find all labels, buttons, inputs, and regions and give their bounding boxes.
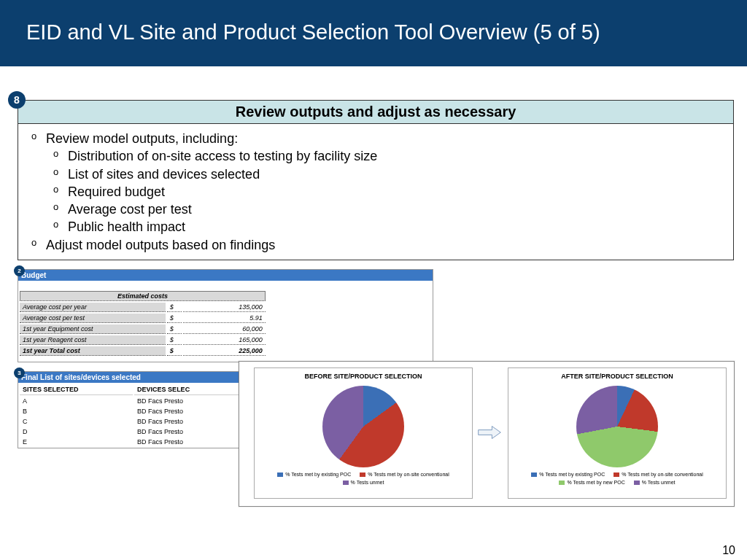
budget-badge: 2	[14, 265, 25, 276]
cost-header: Estimated costs	[20, 291, 266, 301]
before-pie	[322, 386, 404, 467]
sub-bullet: Public health impact	[68, 218, 726, 236]
arrow-icon	[477, 424, 502, 441]
budget-screenshot: 2 Budget Estimated costs Average cost pe…	[18, 269, 433, 362]
after-chart: AFTER SITE/PRODUCT SELECTION % Tests met…	[508, 368, 727, 499]
title-bar: EID and VL Site and Product Selection To…	[0, 0, 747, 66]
sub-bullet: Distribution of on-site access to testin…	[68, 147, 726, 165]
sites-table: SITES SELECTEDDEVICES SELEC ABD Facs Pre…	[18, 383, 243, 448]
step-badge: 8	[8, 91, 26, 109]
sites-screenshot: 3 Final List of sites/devices selected S…	[18, 371, 244, 448]
sub-bullet: Average cost per test	[68, 201, 726, 218]
step-panel: 8 Review outputs and adjust as necessary…	[18, 100, 734, 260]
page-number: 10	[722, 544, 735, 557]
bullet: Review model outputs, including:	[46, 130, 726, 147]
sites-title: Final List of sites/devices selected	[18, 372, 243, 383]
slide-title: EID and VL Site and Product Selection To…	[26, 20, 721, 44]
before-legend: % Tests met by existing POC % Tests met …	[255, 472, 472, 485]
sites-badge: 3	[14, 368, 25, 378]
charts-card: BEFORE SITE/PRODUCT SELECTION % Tests me…	[239, 361, 735, 507]
cost-table: Estimated costs Average cost per year$13…	[18, 289, 267, 357]
after-pie	[576, 386, 658, 467]
sub-bullet: Required budget	[68, 183, 726, 201]
budget-title: Budget	[18, 270, 433, 281]
after-legend: % Tests met by existing POC % Tests met …	[508, 472, 726, 485]
before-chart: BEFORE SITE/PRODUCT SELECTION % Tests me…	[254, 368, 473, 499]
panel-header: Review outputs and adjust as necessary	[18, 100, 734, 124]
bullet: Adjust model outputs based on findings	[46, 236, 726, 254]
sub-bullet: List of sites and devices selected	[68, 166, 726, 183]
panel-body: Review model outputs, including: Distrib…	[18, 124, 734, 260]
